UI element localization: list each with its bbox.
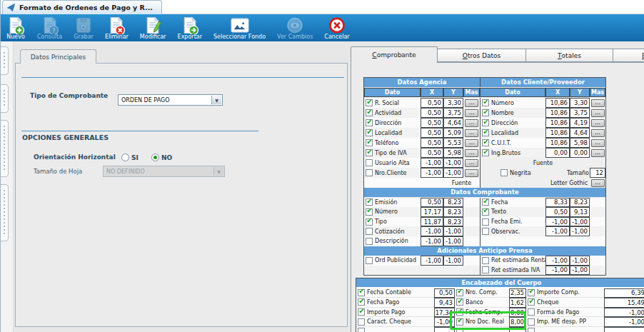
coordinate-cell[interactable]: 3,75 [443, 108, 463, 118]
checkbox[interactable]: ✔ [358, 289, 365, 296]
coordinate-cell[interactable]: 5,98 [570, 138, 590, 148]
checkbox[interactable]: ✔ [366, 149, 373, 156]
checkbox[interactable] [366, 159, 373, 166]
coordinate-cell[interactable]: 8,23 [443, 198, 463, 208]
checkbox[interactable] [366, 228, 373, 235]
collapsed-panel-tab[interactable] [0, 46, 9, 75]
coordinate-cell[interactable]: -1,00 [443, 236, 463, 246]
tab-comprobante[interactable]: Comprobante [351, 46, 438, 63]
checkbox[interactable] [358, 318, 365, 326]
checkbox[interactable]: ✔ [456, 289, 463, 296]
coordinate-cell[interactable]: 9,13 [570, 207, 590, 217]
coordinate-cell[interactable]: 0,50 [421, 198, 443, 208]
coordinate-cell[interactable]: -1,00 [421, 158, 443, 168]
coordinate-cell[interactable]: 2,35 [509, 288, 526, 298]
checkbox[interactable]: ✔ [366, 218, 373, 226]
coordinate-cell[interactable]: 5,98 [443, 148, 463, 158]
coordinate-cell[interactable] [604, 327, 644, 332]
coordinate-cell[interactable]: 4,19 [570, 118, 590, 128]
checkbox[interactable]: ✔ [358, 308, 365, 316]
checkbox[interactable]: ✔ [366, 109, 373, 116]
coordinate-cell[interactable]: 17,34 [434, 308, 455, 318]
toolbar-button-nuevo[interactable]: Nuevo [2, 15, 29, 41]
collapsed-panel-tab[interactable] [0, 84, 9, 113]
mas-button[interactable]: ... [465, 129, 478, 137]
coordinate-cell[interactable]: 8,23 [443, 217, 463, 227]
coordinate-cell[interactable]: 5,53 [443, 138, 463, 148]
coordinate-cell[interactable]: 4,64 [570, 128, 590, 138]
coordinate-cell[interactable]: 8,23 [570, 198, 590, 208]
checkbox[interactable] [456, 328, 463, 332]
collapsed-panel-tab[interactable] [0, 184, 9, 241]
checkbox[interactable]: ✔ [482, 109, 489, 116]
mas-button[interactable]: ... [465, 119, 478, 127]
toolbar-button-grabar[interactable]: Grabar [70, 15, 97, 41]
checkbox[interactable]: ✔ [456, 318, 463, 326]
tipo-comprobante-select[interactable]: ORDEN DE PAGO ▼ [118, 94, 223, 106]
tab-e[interactable]: E [613, 49, 644, 62]
checkbox[interactable]: ✔ [482, 129, 489, 136]
mas-button[interactable]: ... [591, 99, 605, 107]
coordinate-cell[interactable]: -1,00 [570, 217, 590, 227]
coordinate-cell[interactable]: 1,62 [509, 298, 526, 308]
coordinate-cell[interactable]: -1,00 [421, 226, 443, 236]
toolbar-button-modificar[interactable]: Modificar [136, 15, 170, 41]
coordinate-cell[interactable]: -1,00 [604, 308, 644, 318]
mas-button[interactable]: ... [591, 129, 605, 137]
coordinate-cell[interactable]: -1,00 [421, 168, 443, 178]
coordinate-cell[interactable]: 8,23 [443, 207, 463, 217]
checkbox[interactable] [482, 228, 489, 235]
checkbox[interactable] [366, 238, 373, 245]
coordinate-cell[interactable]: -1,00 [421, 256, 443, 266]
coordinate-cell[interactable]: 12 [590, 168, 605, 178]
mas-button[interactable]: ... [465, 99, 478, 107]
coordinate-cell[interactable]: 6,39 [604, 288, 644, 298]
mas-button[interactable]: ... [465, 109, 478, 117]
coordinate-cell[interactable]: 0,00 [509, 308, 526, 318]
mas-button[interactable]: ... [591, 109, 605, 117]
toolbar-button-cancelar[interactable]: Cancelar [321, 15, 353, 41]
coordinate-cell[interactable]: 10,86 [545, 108, 570, 118]
coordinate-cell[interactable] [509, 327, 526, 332]
checkbox[interactable]: ✔ [482, 99, 489, 106]
tab-otros-datos[interactable]: Otros Datos [438, 49, 526, 62]
checkbox[interactable] [366, 169, 373, 176]
checkbox[interactable] [528, 328, 535, 332]
coordinate-cell[interactable]: 8,33 [545, 198, 570, 208]
coordinate-cell[interactable]: -1,00 [545, 217, 570, 227]
checkbox[interactable]: ✔ [528, 289, 535, 296]
mas-button[interactable]: ... [465, 149, 478, 157]
tab-datos-principales[interactable]: Datos Principales [20, 49, 96, 64]
checkbox[interactable]: ✔ [482, 119, 489, 126]
coordinate-cell[interactable]: -1,00 [421, 236, 443, 246]
checkbox[interactable] [366, 257, 373, 264]
checkbox[interactable] [358, 328, 365, 332]
mas-button[interactable]: ... [591, 149, 605, 157]
radio-no[interactable] [151, 154, 159, 161]
mas-button[interactable]: ... [465, 159, 478, 167]
coordinate-cell[interactable]: 3,30 [570, 98, 590, 108]
coordinate-cell[interactable]: -1,00 [443, 158, 463, 168]
coordinate-cell[interactable]: 3,30 [443, 98, 463, 108]
coordinate-cell[interactable]: 0,50 [421, 148, 443, 158]
coordinate-cell[interactable]: 0,50 [434, 288, 455, 298]
mas-button[interactable]: ... [591, 179, 605, 187]
toolbar-button-ver-cambios[interactable]: Ver Cambios [273, 15, 316, 41]
checkbox[interactable] [528, 308, 535, 316]
coordinate-cell[interactable]: -1,00 [443, 256, 463, 266]
radio-si[interactable] [121, 154, 129, 161]
toolbar-button-eliminar[interactable]: Eliminar [101, 15, 132, 41]
checkbox[interactable]: ✔ [358, 298, 365, 306]
mas-button[interactable]: ... [465, 139, 478, 147]
coordinate-cell[interactable]: 10,86 [545, 138, 570, 148]
coordinate-cell[interactable]: -1,00 [545, 266, 570, 276]
coordinate-cell[interactable]: 15,49 [604, 298, 644, 308]
checkbox[interactable]: ✔ [366, 129, 373, 136]
coordinate-cell[interactable]: 0,50 [421, 118, 443, 128]
coordinate-cell[interactable]: 5,09 [443, 128, 463, 138]
coordinate-cell[interactable]: -1,00 [545, 226, 570, 236]
coordinate-cell[interactable]: 0,50 [545, 207, 570, 217]
chevron-down-icon[interactable]: ▼ [211, 96, 221, 104]
checkbox[interactable]: ✔ [366, 139, 373, 146]
coordinate-cell[interactable]: -1,00 [434, 317, 455, 327]
